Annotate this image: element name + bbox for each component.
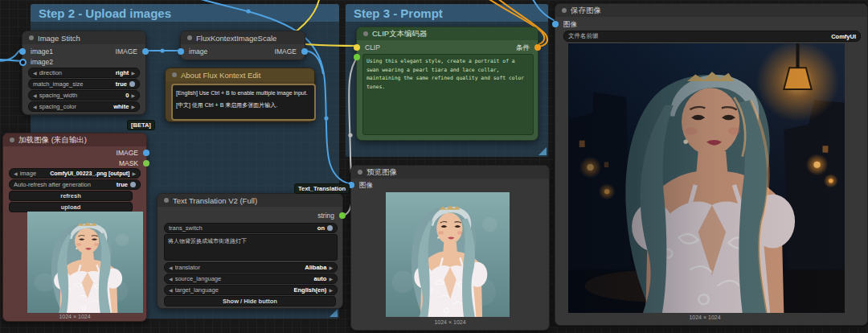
toggle-icon[interactable] <box>129 81 135 87</box>
node-load-image: 加载图像 (来自输出) IMAGE MASK ◀ image ComfyUI_0… <box>2 133 147 322</box>
group-resize-handle[interactable] <box>330 309 338 317</box>
note-text: [English] Use Ctrl + B to enable multipl… <box>171 84 316 121</box>
node-note-about-flux-kontext: About Flux Kontext Edit [English] Use Ct… <box>165 68 315 122</box>
node-title: 保存图像 <box>571 6 601 16</box>
input-label-image1: image1 <box>31 47 53 56</box>
output-dot-image[interactable] <box>143 150 149 156</box>
input-label-image: 图像 <box>359 181 373 191</box>
widget-source-language[interactable]: ◀ source_language auto ▶ <box>164 273 338 284</box>
input-dot-image[interactable] <box>552 21 559 27</box>
widget-filename-prefix[interactable]: 文件名前缀 ComfyUI <box>563 31 861 42</box>
output-label-image: IMAGE <box>117 149 138 157</box>
input-label-clip: CLIP <box>365 43 380 51</box>
beta-badge: [BETA] <box>127 120 155 130</box>
node-graph-canvas[interactable]: Step 2 - Upload images Step 3 - Prompt I… <box>0 0 868 333</box>
arrow-left-icon[interactable]: ◀ <box>33 93 37 98</box>
widget-auto-refresh[interactable]: Auto-refresh after generation true <box>9 179 141 190</box>
node-title-bar[interactable]: Text Translation V2 (Full) <box>158 194 342 207</box>
collapse-dot-icon[interactable] <box>187 35 192 40</box>
node-title: Text Translation V2 (Full) <box>173 196 257 205</box>
node-save-image: 保存图像 图像 文件名前缀 ComfyUI <box>555 3 868 326</box>
node-title: CLIP文本编码器 <box>372 29 428 39</box>
note-line-chinese: [中文] 使用 Ctrl + B 来启用多张图片输入. <box>176 100 311 112</box>
preview-image-display <box>386 192 510 317</box>
node-clip-text-encode: CLIP文本编码器 CLIP 条件 Using this elegant sty… <box>356 27 538 141</box>
output-label-image: IMAGE <box>275 47 297 56</box>
prompt-text-input[interactable]: Using this elegant style, create a portr… <box>362 54 534 135</box>
portrait-day-illustration <box>386 192 510 317</box>
node-title: Image Stitch <box>38 34 80 43</box>
node-image-stitch: Image Stitch image1 image2 IMAGE ◀ direc… <box>22 31 146 115</box>
output-dot-image[interactable] <box>301 48 308 55</box>
arrow-right-icon[interactable]: ▶ <box>329 265 333 270</box>
arrow-left-icon[interactable]: ◀ <box>169 265 173 270</box>
refresh-button[interactable]: refresh <box>9 191 133 201</box>
output-dot-string[interactable] <box>339 212 346 219</box>
widget-direction[interactable]: ◀ direction right ▶ <box>28 68 140 78</box>
input-label-image2: image2 <box>31 58 53 66</box>
collapse-dot-icon[interactable] <box>363 31 368 36</box>
output-label-image: IMAGE <box>116 47 137 56</box>
toggle-icon[interactable] <box>327 225 333 231</box>
widget-image-file[interactable]: ◀ image ComfyUI_00223_.png [output] ▶ <box>9 168 141 179</box>
widget-translator[interactable]: ◀ translator Alibaba ▶ <box>164 262 338 273</box>
widget-spacing-width[interactable]: ◀ spacing_width 0 ▶ <box>28 90 140 101</box>
arrow-right-icon[interactable]: ▶ <box>329 288 333 293</box>
arrow-left-icon[interactable]: ◀ <box>169 288 173 293</box>
collapse-dot-icon[interactable] <box>172 72 177 77</box>
arrow-right-icon[interactable]: ▶ <box>329 277 333 282</box>
arrow-left-icon[interactable]: ◀ <box>169 277 173 282</box>
group-step3-title[interactable]: Step 3 - Prompt <box>346 4 548 22</box>
arrow-left-icon[interactable]: ◀ <box>33 71 37 76</box>
node-title-bar[interactable]: 加载图像 (来自输出) <box>3 134 146 146</box>
input-label-image: image <box>189 47 207 56</box>
input-dot-image1[interactable] <box>19 48 26 55</box>
node-title: 预览图像 <box>366 167 397 178</box>
node-title: About Flux Kontext Edit <box>181 71 260 80</box>
collapse-dot-icon[interactable] <box>562 8 567 13</box>
node-title-bar[interactable]: FluxKontextImageScale <box>181 31 305 44</box>
toggle-icon[interactable] <box>130 182 136 187</box>
output-label-string: string <box>317 212 334 220</box>
output-dot-image[interactable] <box>142 48 149 55</box>
arrow-right-icon[interactable]: ▶ <box>132 171 136 176</box>
widget-trans-switch[interactable]: trans_switch on <box>164 223 338 233</box>
arrow-right-icon[interactable]: ▶ <box>131 71 135 76</box>
portrait-day-illustration <box>27 212 143 313</box>
widget-match-image-size[interactable]: match_image_size true <box>28 79 140 89</box>
output-dot-mask[interactable] <box>143 160 149 166</box>
image-size-caption: 1024 × 1024 <box>549 314 861 320</box>
node-title-bar[interactable]: 预览图像 <box>351 166 549 179</box>
image-size-caption: 1024 × 1024 <box>3 314 146 319</box>
group-resize-handle[interactable] <box>538 147 547 155</box>
collapse-dot-icon[interactable] <box>29 35 34 40</box>
input-dot-image[interactable] <box>178 48 184 55</box>
collapse-dot-icon[interactable] <box>358 170 362 175</box>
node-title: 加载图像 (来自输出) <box>18 135 87 146</box>
collapse-dot-icon[interactable] <box>10 138 14 142</box>
output-dot-conditioning[interactable] <box>534 44 541 51</box>
collapse-dot-icon[interactable] <box>164 198 169 203</box>
node-preview-image: 预览图像 图像 1024 × 1024 <box>350 165 550 331</box>
node-title-bar[interactable]: CLIP文本编码器 <box>357 27 538 40</box>
widget-spacing-color[interactable]: ◀ spacing_color white ▶ <box>28 101 140 112</box>
arrow-left-icon[interactable]: ◀ <box>33 105 37 109</box>
text-translation-badge: Text_Translation <box>294 183 350 194</box>
node-title-bar[interactable]: Image Stitch <box>23 31 145 44</box>
widget-target-language[interactable]: ◀ target_language English(en) ▶ <box>164 285 338 295</box>
input-dot-text[interactable] <box>354 54 360 60</box>
show-hide-button[interactable]: Show / Hide button <box>164 296 336 306</box>
note-line-english: [English] Use Ctrl + B to enable multipl… <box>176 88 311 100</box>
group-step2-title[interactable]: Step 2 - Upload images <box>31 4 339 22</box>
node-title-bar[interactable]: 保存图像 <box>555 4 867 17</box>
input-dot-clip[interactable] <box>354 44 360 51</box>
node-title: FluxKontextImageScale <box>196 34 276 43</box>
translation-text-input[interactable]: 将人物背景换成城市街道路灯下 <box>164 234 338 261</box>
arrow-right-icon[interactable]: ▶ <box>131 105 135 109</box>
arrow-left-icon[interactable]: ◀ <box>14 171 18 176</box>
node-title-bar[interactable]: About Flux Kontext Edit <box>166 68 314 81</box>
node-text-translation: Text Translation V2 (Full) string trans_… <box>157 193 343 309</box>
arrow-right-icon[interactable]: ▶ <box>131 93 135 98</box>
output-label-mask: MASK <box>119 159 138 167</box>
input-dot-image2[interactable] <box>19 59 27 66</box>
